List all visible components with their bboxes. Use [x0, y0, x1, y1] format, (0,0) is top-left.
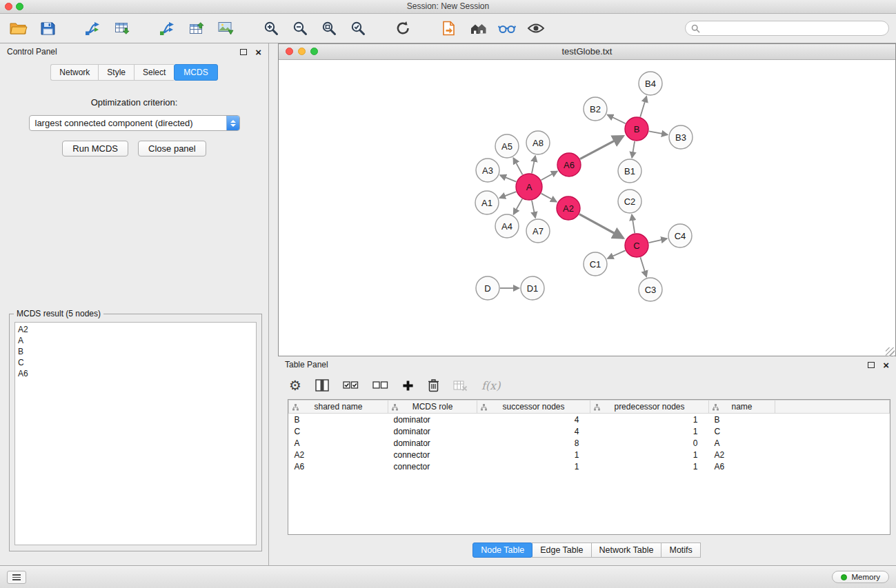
- graph-edge-B-B4[interactable]: [640, 97, 646, 117]
- table-cell[interactable]: 0: [590, 437, 709, 449]
- column-header-predecessor-nodes[interactable]: predecessor nodes: [590, 401, 709, 414]
- table-cell[interactable]: 1: [477, 460, 590, 472]
- tab-network-table[interactable]: Network Table: [591, 543, 662, 558]
- deselect-all-button[interactable]: [372, 376, 388, 394]
- graph-node-A4[interactable]: A4: [495, 214, 519, 238]
- dropdown-stepper-icon[interactable]: [226, 116, 239, 130]
- close-window-button[interactable]: [5, 3, 12, 10]
- table-cell[interactable]: connector: [388, 449, 477, 460]
- table-cell[interactable]: 1: [477, 449, 590, 460]
- sort-icon[interactable]: [392, 403, 398, 413]
- graph-edge-A2-C[interactable]: [579, 214, 624, 239]
- mcds-result-item[interactable]: B: [18, 346, 253, 357]
- graph-edge-C-C1[interactable]: [608, 250, 626, 258]
- graph-node-C1[interactable]: C1: [584, 252, 607, 276]
- network-graph[interactable]: B4B2BB3A5A8A6B1A3AC2A1A2A4A7CC4C1C3DD1: [279, 60, 895, 357]
- graph-node-B4[interactable]: B4: [639, 72, 662, 95]
- import-network-button[interactable]: [81, 16, 105, 41]
- graph-node-A6[interactable]: A6: [557, 153, 581, 176]
- graph-node-A3[interactable]: A3: [476, 159, 499, 182]
- tab-style[interactable]: Style: [98, 64, 134, 81]
- network-window-titlebar[interactable]: testGlobe.txt: [279, 44, 895, 60]
- tab-edge-table[interactable]: Edge Table: [532, 543, 591, 558]
- reset-view-button[interactable]: [466, 16, 490, 41]
- table-row[interactable]: Bdominator41B: [289, 414, 890, 426]
- table-cell[interactable]: 1: [590, 425, 709, 437]
- network-close-button[interactable]: [286, 48, 293, 55]
- table-cell[interactable]: dominator: [388, 425, 477, 437]
- graphics-details-button[interactable]: [495, 16, 519, 41]
- import-table-button[interactable]: [110, 16, 134, 41]
- graph-edge-A-A4[interactable]: [514, 199, 523, 214]
- graph-node-B[interactable]: B: [625, 117, 648, 141]
- resize-grip[interactable]: [886, 347, 895, 356]
- graph-node-A[interactable]: A: [516, 174, 542, 200]
- table-cell[interactable]: dominator: [388, 437, 477, 449]
- graph-edge-B-B2[interactable]: [608, 115, 626, 124]
- graph-node-C3[interactable]: C3: [639, 278, 662, 301]
- column-header-name[interactable]: name: [709, 401, 775, 414]
- node-table[interactable]: shared nameMCDS rolesuccessor nodesprede…: [288, 399, 890, 535]
- graph-edge-C-C2[interactable]: [632, 214, 635, 233]
- delete-column-button[interactable]: [428, 376, 439, 394]
- memory-button[interactable]: Memory: [832, 571, 889, 583]
- table-cell[interactable]: 4: [477, 414, 590, 426]
- sort-icon[interactable]: [594, 403, 600, 413]
- network-canvas[interactable]: B4B2BB3A5A8A6B1A3AC2A1A2A4A7CC4C1C3DD1: [279, 60, 895, 357]
- graph-node-C2[interactable]: C2: [618, 190, 641, 213]
- zoom-fit-button[interactable]: [317, 16, 341, 41]
- graph-node-A5[interactable]: A5: [495, 134, 519, 158]
- table-row[interactable]: A2connector11A2: [289, 449, 890, 460]
- tab-network[interactable]: Network: [50, 64, 98, 81]
- graph-node-D[interactable]: D: [476, 276, 499, 300]
- tab-motifs[interactable]: Motifs: [661, 543, 700, 558]
- graph-node-B1[interactable]: B1: [618, 159, 641, 183]
- table-cell[interactable]: A6: [709, 460, 775, 472]
- export-image-button[interactable]: [214, 16, 237, 41]
- graph-edge-A-A1[interactable]: [499, 192, 516, 198]
- table-cell[interactable]: A6: [289, 460, 388, 472]
- table-cell[interactable]: 1: [590, 449, 709, 460]
- open-file-button[interactable]: [7, 16, 30, 41]
- show-hide-details-button[interactable]: [524, 16, 548, 41]
- table-cell[interactable]: C: [709, 425, 775, 437]
- graph-edge-B-B1[interactable]: [632, 141, 635, 158]
- save-session-button[interactable]: [36, 16, 59, 41]
- mcds-result-item[interactable]: A2: [18, 324, 253, 335]
- float-panel-icon[interactable]: [240, 49, 247, 55]
- graph-edge-B-B3[interactable]: [649, 131, 668, 134]
- graph-edge-C-C4[interactable]: [649, 239, 667, 243]
- graph-edge-A-A3[interactable]: [500, 175, 516, 181]
- graph-node-A8[interactable]: A8: [526, 131, 550, 154]
- network-zoom-button[interactable]: [310, 48, 318, 55]
- float-table-panel-icon[interactable]: [868, 362, 875, 368]
- table-cell[interactable]: A2: [289, 449, 388, 460]
- network-minimize-button[interactable]: [298, 48, 306, 55]
- function-builder-button[interactable]: f(x): [481, 376, 500, 394]
- table-cell[interactable]: dominator: [388, 414, 477, 426]
- select-all-button[interactable]: [343, 376, 359, 394]
- delete-table-button[interactable]: [453, 376, 468, 394]
- table-cell[interactable]: connector: [388, 460, 477, 472]
- graph-node-A1[interactable]: A1: [475, 191, 499, 214]
- table-cell[interactable]: 4: [477, 425, 590, 437]
- add-column-button[interactable]: [402, 376, 414, 394]
- table-cell[interactable]: B: [289, 414, 388, 426]
- graph-edge-A-A7[interactable]: [532, 201, 535, 218]
- graph-edge-A-A5[interactable]: [513, 158, 522, 174]
- mcds-result-item[interactable]: C: [18, 357, 253, 368]
- table-row[interactable]: Cdominator41C: [289, 425, 890, 437]
- zoom-in-button[interactable]: [259, 16, 283, 41]
- graph-edge-A-A6[interactable]: [541, 171, 557, 180]
- close-table-panel-icon[interactable]: ×: [883, 360, 889, 370]
- table-cell[interactable]: A: [709, 437, 775, 449]
- manage-networks-button[interactable]: [437, 16, 461, 41]
- mcds-result-item[interactable]: A6: [18, 368, 253, 379]
- mcds-result-item[interactable]: A: [18, 335, 253, 346]
- sort-icon[interactable]: [292, 403, 299, 413]
- table-cell[interactable]: A2: [709, 449, 775, 460]
- graph-node-A7[interactable]: A7: [526, 219, 550, 243]
- apply-layout-button[interactable]: [392, 16, 415, 41]
- tab-mcds[interactable]: MCDS: [174, 64, 217, 81]
- export-table-button[interactable]: [185, 16, 208, 41]
